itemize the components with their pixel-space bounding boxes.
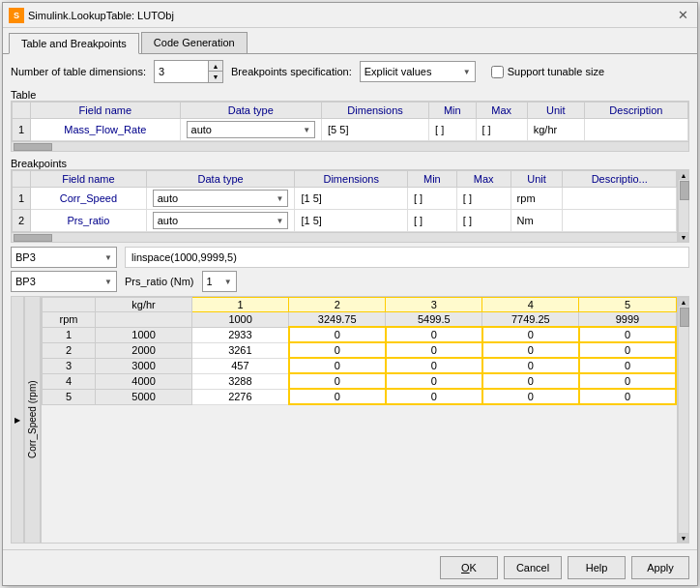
grid-cell-4-3[interactable]: 0 xyxy=(386,373,482,389)
grid-empty-1 xyxy=(43,298,96,312)
tunable-checkbox[interactable] xyxy=(491,66,504,78)
ok-button[interactable]: OK xyxy=(440,556,498,579)
grid-cell-5-3[interactable]: 0 xyxy=(386,389,482,404)
grid-col-4[interactable]: 4 xyxy=(482,298,579,312)
chevron-down-icon: ▼ xyxy=(463,68,471,76)
grid-cell-3-1[interactable]: 457 xyxy=(192,358,289,373)
bp3-value-1[interactable]: linspace(1000,9999,5) xyxy=(125,247,689,268)
grid-cell-1-2[interactable]: 0 xyxy=(289,327,386,342)
grid-vscroll-up[interactable]: ▲ xyxy=(679,297,688,307)
grid-data-row-2: 2 2000 3261 0 0 0 0 xyxy=(43,342,677,358)
grid-cell-4-1[interactable]: 3288 xyxy=(192,373,289,389)
close-button[interactable]: ✕ xyxy=(674,7,691,24)
grid-row-2-val: 2000 xyxy=(96,342,192,358)
expand-icon[interactable]: ▶ xyxy=(11,296,24,544)
bp-th-unit: Unit xyxy=(510,171,563,188)
grid-row-4-val: 4000 xyxy=(96,373,192,389)
grid-cell-1-4[interactable]: 0 xyxy=(482,327,579,342)
grid-cell-2-5[interactable]: 0 xyxy=(579,342,676,358)
table-container: Field name Data type Dimensions Min Max … xyxy=(11,101,689,152)
bp-row-1-unit: rpm xyxy=(510,188,563,210)
bp-row-1-datatype[interactable]: auto ▼ xyxy=(146,188,295,210)
help-button[interactable]: Help xyxy=(568,556,626,579)
grid-cell-3-2[interactable]: 0 xyxy=(289,358,386,373)
grid-cell-2-2[interactable]: 0 xyxy=(289,342,386,358)
grid-cell-2-4[interactable]: 0 xyxy=(482,342,579,358)
spinner-up[interactable]: ▲ xyxy=(209,61,222,72)
grid-cell-5-5[interactable]: 0 xyxy=(579,389,676,404)
bp-hscrollbar[interactable] xyxy=(12,232,677,242)
grid-vscrollbar[interactable]: ▲ ▼ xyxy=(678,296,689,544)
grid-row-3-val: 3000 xyxy=(96,358,192,373)
bp-row-1-num: 1 xyxy=(13,188,31,210)
tab-table-breakpoints[interactable]: Table and Breakpoints xyxy=(9,33,139,54)
table-cell-datatype[interactable]: auto ▼ xyxy=(180,119,322,141)
bp-vscrollbar[interactable]: ▲ ▼ xyxy=(678,169,689,243)
bp3-row-2: BP3 ▼ Prs_ratio (Nm) 1 ▼ xyxy=(11,271,689,292)
bp-row1-datatype-select[interactable]: auto ▼ xyxy=(153,190,289,207)
bp3-select-2[interactable]: BP3 ▼ xyxy=(11,271,117,292)
cancel-button[interactable]: Cancel xyxy=(504,556,562,579)
title-bar: S Simulink.LookupTable: LUTObj ✕ xyxy=(3,3,697,28)
bp3-select-1[interactable]: BP3 ▼ xyxy=(11,247,117,268)
bp-row-2-datatype[interactable]: auto ▼ xyxy=(146,210,295,232)
bp-row-2-desc xyxy=(563,210,677,232)
window-icon: S xyxy=(9,8,24,23)
table-cell-unit: kg/hr xyxy=(527,119,584,141)
chevron-down-icon: ▼ xyxy=(277,217,284,225)
grid-data-row-1: 1 1000 2933 0 0 0 0 xyxy=(43,327,677,342)
chevron-down-icon: ▼ xyxy=(277,194,284,203)
grid-col-2[interactable]: 2 xyxy=(289,298,386,312)
grid-cell-1-3[interactable]: 0 xyxy=(386,327,482,342)
grid-cell-4-4[interactable]: 0 xyxy=(482,373,579,389)
grid-cell-3-4[interactable]: 0 xyxy=(482,358,579,373)
bp-vscroll-up[interactable]: ▲ xyxy=(679,170,688,180)
grid-cell-4-2[interactable]: 0 xyxy=(289,373,386,389)
grid-cell-3-3[interactable]: 0 xyxy=(386,358,482,373)
table-datatype-select[interactable]: auto ▼ xyxy=(187,121,316,138)
bp-vscroll-down[interactable]: ▼ xyxy=(679,232,688,242)
grid-cell-2-3[interactable]: 0 xyxy=(386,342,482,358)
grid-cell-2-1[interactable]: 3261 xyxy=(192,342,289,358)
grid-val-5: 9999 xyxy=(579,312,676,328)
bp-row-2-unit: Nm xyxy=(510,210,563,232)
chevron-down-icon: ▼ xyxy=(224,278,232,286)
chevron-down-icon: ▼ xyxy=(104,278,112,286)
table-data: Field name Data type Dimensions Min Max … xyxy=(12,102,688,141)
grid-vscroll-thumb[interactable] xyxy=(680,308,689,327)
dimensions-spinner[interactable]: ▲ ▼ xyxy=(154,60,223,83)
bp-row-2-num: 2 xyxy=(13,210,31,232)
bp-hscrollbar-thumb[interactable] xyxy=(14,234,52,242)
grid-cell-3-5[interactable]: 0 xyxy=(579,358,676,373)
grid-cell-5-4[interactable]: 0 xyxy=(482,389,579,404)
dimensions-input[interactable] xyxy=(155,61,208,82)
grid-vscroll-down[interactable]: ▼ xyxy=(679,533,688,543)
bp-vscroll-thumb[interactable] xyxy=(680,181,689,200)
table-th-datatype: Data type xyxy=(180,103,322,119)
breakpoints-select[interactable]: Explicit values ▼ xyxy=(360,61,476,82)
grid-row-2-num: 2 xyxy=(43,342,96,358)
apply-button[interactable]: Apply xyxy=(631,556,689,579)
grid-header-row-1: kg/hr 1 2 3 4 5 xyxy=(43,298,677,312)
bp-row2-datatype-select[interactable]: auto ▼ xyxy=(153,212,289,229)
spinner-down[interactable]: ▼ xyxy=(209,72,222,82)
grid-col-3[interactable]: 3 xyxy=(386,298,482,312)
bottom-buttons-bar: OK Cancel Help Apply xyxy=(3,549,697,585)
grid-cell-5-2[interactable]: 0 xyxy=(289,389,386,404)
grid-cell-1-5[interactable]: 0 xyxy=(579,327,676,342)
data-grid-section: ▶ Corr_Speed (rpm) kg/hr 1 2 3 xyxy=(11,296,689,544)
tab-code-generation[interactable]: Code Generation xyxy=(141,32,248,53)
table-th-desc: Description xyxy=(584,103,687,119)
grid-cell-4-5[interactable]: 0 xyxy=(579,373,676,389)
bp3-section: BP3 ▼ linspace(1000,9999,5) BP3 ▼ Prs_ra… xyxy=(11,247,689,292)
table-cell-fieldname: Mass_Flow_Rate xyxy=(31,119,180,141)
grid-cell-1-1[interactable]: 2933 xyxy=(192,327,289,342)
prs-ratio-num-select[interactable]: 1 ▼ xyxy=(202,271,237,292)
grid-col-1[interactable]: 1 xyxy=(192,298,289,312)
table-hscrollbar[interactable] xyxy=(12,141,688,151)
grid-cell-5-1[interactable]: 2276 xyxy=(192,389,289,404)
grid-unit-header: kg/hr xyxy=(96,298,192,312)
table-hscrollbar-thumb[interactable] xyxy=(14,143,52,151)
grid-col-5[interactable]: 5 xyxy=(579,298,676,312)
grid-val-2: 3249.75 xyxy=(289,312,386,328)
